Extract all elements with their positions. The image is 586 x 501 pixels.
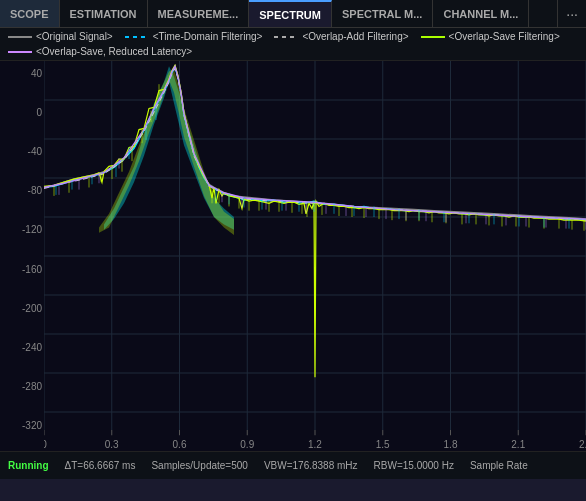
legend-overlap-save-line xyxy=(421,36,445,38)
status-rbw: RBW=15.0000 Hz xyxy=(374,460,454,471)
tab-scope[interactable]: SCOPE xyxy=(0,0,60,27)
more-tabs-button[interactable]: ··· xyxy=(557,0,586,27)
tab-measurement[interactable]: MEASUREME... xyxy=(148,0,250,27)
svg-text:2.4: 2.4 xyxy=(579,439,586,450)
tab-spectrum[interactable]: SPECTRUM xyxy=(249,0,332,27)
legend-overlap-add: <Overlap-Add Filtering> xyxy=(274,31,408,42)
y-label-n320: -320 xyxy=(2,421,42,431)
legend-reduced-latency: <Overlap-Save, Reduced Latency> xyxy=(8,46,192,57)
legend-original: <Original Signal> xyxy=(8,31,113,42)
tab-spectral-m[interactable]: SPECTRAL M... xyxy=(332,0,433,27)
svg-text:2.1: 2.1 xyxy=(511,439,525,450)
legend-overlap-save: <Overlap-Save Filtering> xyxy=(421,31,560,42)
legend-overlap-add-label: <Overlap-Add Filtering> xyxy=(302,31,408,42)
tab-channel-m[interactable]: CHANNEL M... xyxy=(433,0,529,27)
status-vbw: VBW=176.8388 mHz xyxy=(264,460,358,471)
legend-overlap-add-line xyxy=(274,36,298,38)
legend-time-domain-label: <Time-Domain Filtering> xyxy=(153,31,263,42)
y-label-40: 40 xyxy=(2,69,42,79)
svg-text:0.6: 0.6 xyxy=(173,439,187,450)
y-label-n200: -200 xyxy=(2,304,42,314)
y-axis: 40 0 -40 -80 -120 -160 -200 -240 -280 -3… xyxy=(0,61,44,451)
status-sample-rate: Sample Rate xyxy=(470,460,528,471)
svg-text:1.5: 1.5 xyxy=(376,439,390,450)
chart-container: 40 0 -40 -80 -120 -160 -200 -240 -280 -3… xyxy=(0,61,586,451)
legend-original-label: <Original Signal> xyxy=(36,31,113,42)
tab-bar: SCOPE ESTIMATION MEASUREME... SPECTRUM S… xyxy=(0,0,586,28)
legend-overlap-save-label: <Overlap-Save Filtering> xyxy=(449,31,560,42)
y-label-n40: -40 xyxy=(2,147,42,157)
tab-estimation[interactable]: ESTIMATION xyxy=(60,0,148,27)
legend-original-line xyxy=(8,36,32,38)
y-label-n80: -80 xyxy=(2,186,42,196)
legend-time-domain-line xyxy=(125,36,149,38)
y-label-n120: -120 xyxy=(2,225,42,235)
status-running: Running xyxy=(8,460,49,471)
status-delta-t: ΔT=66.6667 ms xyxy=(65,460,136,471)
legend-reduced-latency-label: <Overlap-Save, Reduced Latency> xyxy=(36,46,192,57)
y-label-n280: -280 xyxy=(2,382,42,392)
svg-text:0: 0 xyxy=(44,439,47,450)
legend-time-domain: <Time-Domain Filtering> xyxy=(125,31,263,42)
chart-plot: dBm xyxy=(44,61,586,451)
legend-reduced-latency-line xyxy=(8,51,32,53)
chart-svg: dBm xyxy=(44,61,586,451)
svg-text:1.8: 1.8 xyxy=(444,439,458,450)
svg-text:0.3: 0.3 xyxy=(105,439,119,450)
y-label-0: 0 xyxy=(2,108,42,118)
svg-text:0.9: 0.9 xyxy=(240,439,254,450)
legend-bar: <Original Signal> <Time-Domain Filtering… xyxy=(0,28,586,61)
y-label-n240: -240 xyxy=(2,343,42,353)
status-samples: Samples/Update=500 xyxy=(151,460,247,471)
y-label-n160: -160 xyxy=(2,265,42,275)
status-bar: Running ΔT=66.6667 ms Samples/Update=500… xyxy=(0,451,586,479)
svg-text:1.2: 1.2 xyxy=(308,439,322,450)
